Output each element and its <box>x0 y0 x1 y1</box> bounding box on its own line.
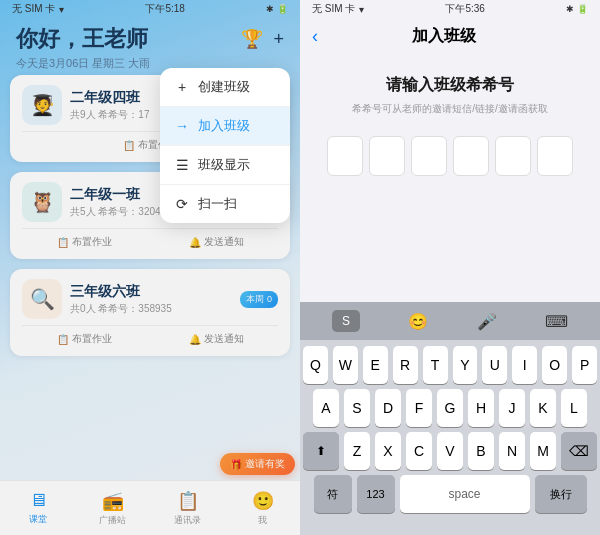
key-v[interactable]: V <box>437 432 463 470</box>
create-label: 创建班级 <box>198 78 250 96</box>
code-box-2[interactable] <box>369 136 405 176</box>
right-carrier: 无 SIM 卡 <box>312 2 355 16</box>
display-icon: ☰ <box>174 157 190 173</box>
right-header: ‹ 加入班级 <box>300 18 600 55</box>
join-label: 加入班级 <box>198 117 250 135</box>
key-x[interactable]: X <box>375 432 401 470</box>
key-c[interactable]: C <box>406 432 432 470</box>
key-k[interactable]: K <box>530 389 556 427</box>
keyboard-toolbar: S 😊 🎤 ⌨ <box>300 302 600 340</box>
right-title: 加入班级 <box>326 26 562 47</box>
code-box-5[interactable] <box>495 136 531 176</box>
voice-icon[interactable]: 🎤 <box>477 312 497 331</box>
create-icon: + <box>174 79 190 95</box>
key-z[interactable]: Z <box>344 432 370 470</box>
keyboard: S 😊 🎤 ⌨ Q W E R T Y U I O P A S <box>300 302 600 535</box>
code-box-3[interactable] <box>411 136 447 176</box>
key-b[interactable]: B <box>468 432 494 470</box>
key-g[interactable]: G <box>437 389 463 427</box>
key-n[interactable]: N <box>499 432 525 470</box>
scan-icon: ⟳ <box>174 196 190 212</box>
scan-label: 扫一扫 <box>198 195 237 213</box>
key-s[interactable]: S <box>344 389 370 427</box>
key-p[interactable]: P <box>572 346 597 384</box>
key-w[interactable]: W <box>333 346 358 384</box>
join-icon: → <box>174 118 190 134</box>
key-l[interactable]: L <box>561 389 587 427</box>
right-time: 下午5:36 <box>445 2 484 16</box>
key-i[interactable]: I <box>512 346 537 384</box>
right-status-bar: 无 SIM 卡 ▾ 下午5:36 ✱ 🔋 <box>300 0 600 18</box>
key-q[interactable]: Q <box>303 346 328 384</box>
key-a[interactable]: A <box>313 389 339 427</box>
right-battery-icon: 🔋 <box>577 4 588 14</box>
code-input-boxes <box>327 136 573 176</box>
left-panel: 无 SIM 卡 ▾ 下午5:18 ✱ 🔋 你好，王老师 今天是3月06日 星期三… <box>0 0 300 535</box>
keyboard-switch-icon[interactable]: ⌨ <box>545 312 568 331</box>
join-content: 请输入班级希希号 希希号可从老师的邀请短信/链接/邀请函获取 <box>300 55 600 202</box>
key-m[interactable]: M <box>530 432 556 470</box>
code-box-6[interactable] <box>537 136 573 176</box>
keyboard-rows: Q W E R T Y U I O P A S D F G H J K <box>300 340 600 517</box>
code-box-4[interactable] <box>453 136 489 176</box>
right-panel: 无 SIM 卡 ▾ 下午5:36 ✱ 🔋 ‹ 加入班级 请输入班级希希号 希希号… <box>300 0 600 535</box>
dropdown-join[interactable]: → 加入班级 <box>160 107 290 145</box>
key-o[interactable]: O <box>542 346 567 384</box>
key-u[interactable]: U <box>482 346 507 384</box>
key-fu[interactable]: 符 <box>314 475 352 513</box>
display-label: 班级显示 <box>198 156 250 174</box>
code-box-1[interactable] <box>327 136 363 176</box>
back-button[interactable]: ‹ <box>312 26 318 47</box>
dropdown-create[interactable]: + 创建班级 <box>160 68 290 106</box>
dropdown-scan[interactable]: ⟳ 扫一扫 <box>160 185 290 223</box>
key-row-3: ⬆ Z X C V B N M ⌫ <box>303 432 597 470</box>
key-row-1: Q W E R T Y U I O P <box>303 346 597 384</box>
key-f[interactable]: F <box>406 389 432 427</box>
dropdown-menu: + 创建班级 → 加入班级 ☰ 班级显示 ⟳ 扫一扫 <box>160 68 290 223</box>
key-e[interactable]: E <box>363 346 388 384</box>
sogou-icon[interactable]: S <box>332 310 360 332</box>
key-d[interactable]: D <box>375 389 401 427</box>
key-delete[interactable]: ⌫ <box>561 432 597 470</box>
join-prompt: 请输入班级希希号 <box>386 75 514 96</box>
right-bluetooth-icon: ✱ <box>566 4 574 14</box>
key-t[interactable]: T <box>423 346 448 384</box>
key-row-4: 符 123 space 换行 <box>303 475 597 513</box>
right-wifi-icon: ▾ <box>359 4 364 15</box>
emoji-icon[interactable]: 😊 <box>408 312 428 331</box>
key-row-2: A S D F G H J K L <box>303 389 597 427</box>
right-status-left: 无 SIM 卡 ▾ <box>312 2 364 16</box>
key-shift[interactable]: ⬆ <box>303 432 339 470</box>
key-123[interactable]: 123 <box>357 475 395 513</box>
keyboard-bottom-bar <box>300 517 600 535</box>
right-status-right: ✱ 🔋 <box>566 4 588 14</box>
key-r[interactable]: R <box>393 346 418 384</box>
key-y[interactable]: Y <box>453 346 478 384</box>
join-sub: 希希号可从老师的邀请短信/链接/邀请函获取 <box>352 102 548 116</box>
key-return[interactable]: 换行 <box>535 475 587 513</box>
key-space[interactable]: space <box>400 475 530 513</box>
key-h[interactable]: H <box>468 389 494 427</box>
key-j[interactable]: J <box>499 389 525 427</box>
dropdown-display[interactable]: ☰ 班级显示 <box>160 146 290 184</box>
